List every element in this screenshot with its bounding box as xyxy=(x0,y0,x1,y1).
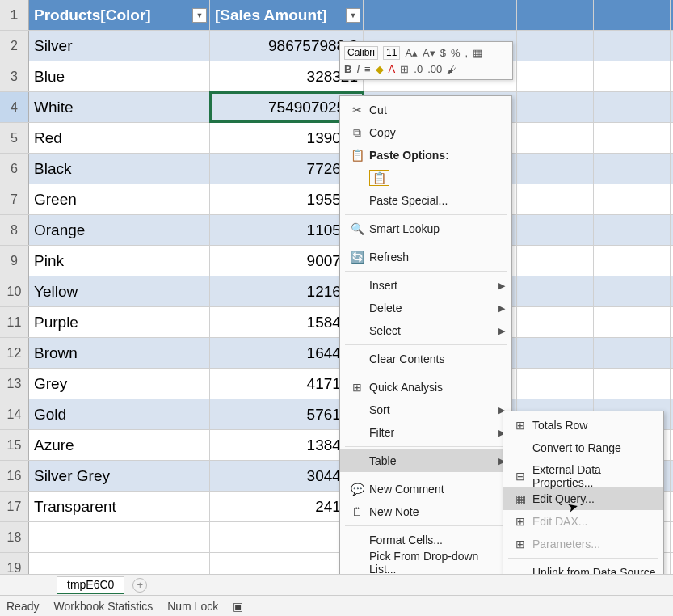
font-color-icon[interactable]: A xyxy=(389,63,396,75)
cell-color[interactable]: Azure xyxy=(29,430,210,460)
menu-select[interactable]: Select▶ xyxy=(340,319,511,342)
row-header[interactable]: 8 xyxy=(0,215,29,245)
align-icon[interactable]: ≡ xyxy=(364,63,371,75)
currency-icon[interactable]: $ xyxy=(440,47,446,59)
cell-color[interactable]: Black xyxy=(29,154,210,184)
row-header[interactable]: 9 xyxy=(0,246,29,276)
cell-color[interactable]: Purple xyxy=(29,307,210,337)
borders-icon[interactable]: ⊞ xyxy=(400,63,409,75)
submenu-totals-row[interactable]: ⊞Totals Row xyxy=(503,414,663,437)
submenu-external-data-properties[interactable]: ⊟External Data Properties... xyxy=(503,465,663,487)
cell-color[interactable]: Silver Grey xyxy=(29,461,210,491)
cell-color[interactable]: White xyxy=(29,92,210,122)
cut-icon: ✂ xyxy=(348,103,366,116)
table-row: 13 Grey 417144 xyxy=(0,369,673,399)
cell-color[interactable]: Yellow xyxy=(29,276,210,306)
menu-insert[interactable]: Insert▶ xyxy=(340,274,511,297)
sheet-tab[interactable]: tmpE6C0 xyxy=(57,576,124,594)
query-icon: ▦ xyxy=(511,492,529,505)
cell-color[interactable]: Blue xyxy=(29,61,210,91)
menu-new-note[interactable]: 🗒New Note xyxy=(340,500,511,523)
empty-cell[interactable] xyxy=(364,0,440,30)
row-header[interactable]: 6 xyxy=(0,154,29,184)
record-macro-icon[interactable]: ▣ xyxy=(233,600,243,613)
submenu-convert-to-range[interactable]: Convert to Range xyxy=(503,437,663,459)
cell[interactable] xyxy=(29,522,210,552)
add-sheet-button[interactable]: + xyxy=(132,578,147,593)
mini-toolbar: Calibri 11 A▴ A▾ $ % , ▦ B I ≡ ◆ A ⊞ .0 … xyxy=(339,41,513,80)
row-header[interactable]: 15 xyxy=(0,430,29,460)
row-header[interactable]: 3 xyxy=(0,61,29,91)
menu-sort[interactable]: Sort▶ xyxy=(340,399,511,421)
bold-icon[interactable]: B xyxy=(344,63,351,75)
row-header[interactable]: 17 xyxy=(0,492,29,521)
menu-smart-lookup[interactable]: 🔍Smart Lookup xyxy=(340,217,511,240)
empty-cell[interactable] xyxy=(594,0,671,30)
row-header-1[interactable]: 1 xyxy=(0,0,29,30)
column-header-sales-amount[interactable]: [Sales Amount] ▼ xyxy=(210,0,364,30)
cell-color[interactable]: Grey xyxy=(29,369,210,399)
table-row: 8 Orange 110502 xyxy=(0,215,673,246)
refresh-icon: 🔄 xyxy=(348,251,366,264)
submenu-edit-query[interactable]: ▦Edit Query... xyxy=(503,487,663,510)
cell-color[interactable]: Green xyxy=(29,184,210,214)
increase-font-icon[interactable]: A▴ xyxy=(405,47,418,59)
menu-clear-contents[interactable]: Clear Contents xyxy=(340,348,511,370)
cell-color[interactable]: Brown xyxy=(29,338,210,368)
header-label: Products[Color] xyxy=(34,6,151,24)
menu-format-cells[interactable]: Format Cells... xyxy=(340,529,511,551)
row-header[interactable]: 11 xyxy=(0,307,29,337)
decimals-icon[interactable]: .0 xyxy=(414,63,423,75)
dax-icon: ⊞ xyxy=(511,515,529,528)
menu-copy[interactable]: ⧉Copy xyxy=(340,121,511,144)
filter-dropdown-icon[interactable]: ▼ xyxy=(192,8,207,23)
context-menu: ✂Cut ⧉Copy 📋Paste Options: 📋 Paste Speci… xyxy=(339,95,512,605)
cell-color[interactable]: Pink xyxy=(29,246,210,276)
copy-icon: ⧉ xyxy=(348,126,366,140)
menu-filter[interactable]: Filter▶ xyxy=(340,421,511,444)
format-painter-icon[interactable]: 🖌 xyxy=(447,63,457,75)
column-header-products-color[interactable]: Products[Color] ▼ xyxy=(29,0,210,30)
menu-new-comment[interactable]: 💬New Comment xyxy=(340,478,511,500)
filter-dropdown-icon[interactable]: ▼ xyxy=(346,8,360,23)
row-header[interactable]: 2 xyxy=(0,31,29,61)
header-row: 1 Products[Color] ▼ [Sales Amount] ▼ xyxy=(0,0,673,31)
menu-pick-from-list[interactable]: Pick From Drop-down List... xyxy=(340,551,511,574)
cell-color[interactable]: Orange xyxy=(29,215,210,245)
status-workbook-stats[interactable]: Workbook Statistics xyxy=(53,600,153,613)
cell-color[interactable]: Gold xyxy=(29,399,210,429)
decimals-icon[interactable]: .00 xyxy=(427,63,442,75)
menu-paste-default[interactable]: 📋 xyxy=(340,167,511,189)
cell-color[interactable]: Silver xyxy=(29,31,210,61)
italic-icon[interactable]: I xyxy=(356,63,360,75)
font-name-selector[interactable]: Calibri xyxy=(344,46,378,60)
row-header[interactable]: 14 xyxy=(0,399,29,429)
row-header[interactable]: 18 xyxy=(0,522,29,552)
menu-refresh[interactable]: 🔄Refresh xyxy=(340,246,511,268)
menu-cut[interactable]: ✂Cut xyxy=(340,99,511,121)
font-size-selector[interactable]: 11 xyxy=(383,46,400,60)
menu-quick-analysis[interactable]: ⊞Quick Analysis xyxy=(340,376,511,399)
row-header[interactable]: 4 xyxy=(0,92,29,122)
row-header[interactable]: 16 xyxy=(0,461,29,491)
row-header[interactable]: 13 xyxy=(0,369,29,399)
row-header[interactable]: 12 xyxy=(0,338,29,368)
paste-default-icon: 📋 xyxy=(369,170,389,186)
row-header[interactable]: 7 xyxy=(0,184,29,214)
cell-color[interactable]: Transparent xyxy=(29,492,210,521)
menu-delete[interactable]: Delete▶ xyxy=(340,297,511,319)
menu-paste-special[interactable]: Paste Special... xyxy=(340,189,511,212)
empty-cell[interactable] xyxy=(517,0,594,30)
menu-table[interactable]: Table▶ xyxy=(340,449,511,472)
fill-color-icon[interactable]: ◆ xyxy=(376,63,384,75)
format-icon[interactable]: ▦ xyxy=(473,47,482,59)
table-row: 9 Pink 900774 xyxy=(0,246,673,276)
comma-icon[interactable]: , xyxy=(465,47,469,59)
percent-icon[interactable]: % xyxy=(451,47,461,59)
empty-cell[interactable] xyxy=(440,0,517,30)
row-header[interactable]: 10 xyxy=(0,276,29,306)
cell-color[interactable]: Red xyxy=(29,123,210,153)
row-header[interactable]: 5 xyxy=(0,123,29,153)
decrease-font-icon[interactable]: A▾ xyxy=(423,47,435,59)
table-row: 2 Silver 986757988.2 xyxy=(0,31,673,61)
